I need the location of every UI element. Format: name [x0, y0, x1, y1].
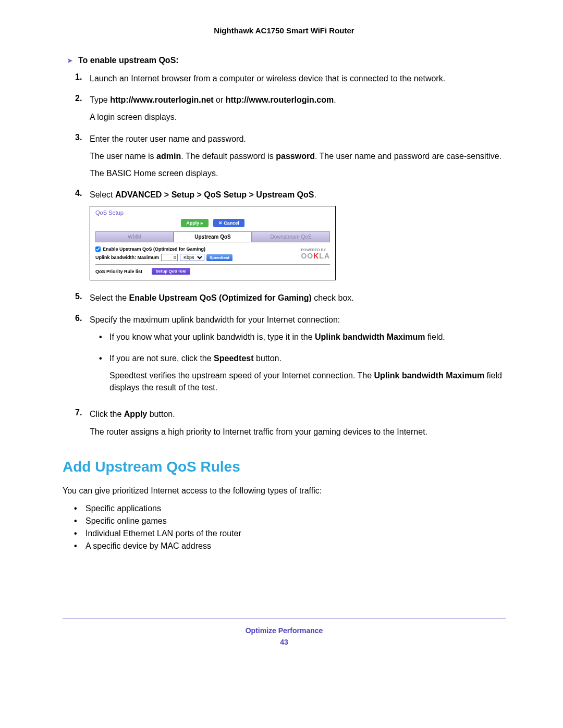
step-after: The router assigns a high priority to In…: [90, 426, 506, 438]
list-item: A specific device by MAC address: [85, 541, 211, 551]
step-text: Click the Apply button.: [90, 408, 506, 420]
tab-wmm[interactable]: WMM: [95, 231, 174, 242]
tab-upstream-qos[interactable]: Upstream QoS: [174, 231, 252, 242]
tab-downstream-qos[interactable]: Downstream QoS: [252, 231, 330, 242]
apply-button[interactable]: Apply ▸: [181, 219, 209, 227]
step-number: 1.: [75, 72, 90, 90]
ookla-logo: POWERED BY OOKLA: [301, 248, 330, 260]
step-text: Enter the router user name and password.: [90, 133, 506, 145]
steps-list: 1. Launch an Internet browser from a com…: [75, 72, 506, 443]
section-heading: Add Upstream QoS Rules: [63, 459, 506, 475]
step-text: Launch an Internet browser from a comput…: [90, 72, 506, 84]
step-number: 4.: [75, 189, 90, 288]
checkbox-label: Enable Upstream QoS (Optimized for Gamin…: [103, 246, 205, 252]
speedtest-button[interactable]: Speedtest: [206, 254, 232, 261]
footer-section-label: Optimize Performance: [63, 626, 506, 635]
setup-qos-rule-button[interactable]: Setup QoS rule: [152, 268, 190, 275]
uplink-max-input[interactable]: [161, 254, 178, 261]
bullet-icon: •: [74, 504, 85, 513]
step-text: Select ADVANCED > Setup > QoS Setup > Up…: [90, 189, 506, 201]
step-number: 7.: [75, 408, 90, 442]
uplink-label: Uplink bandwidth: Maximum: [95, 255, 159, 260]
step-text: Specify the maximum uplink bandwidth for…: [90, 314, 506, 326]
bullet-icon: •: [99, 331, 109, 348]
bullet-icon: •: [99, 352, 109, 399]
list-item: Individual Ethernet LAN ports of the rou…: [85, 529, 241, 538]
bullet-icon: •: [74, 541, 85, 551]
list-item: Specific online games: [85, 516, 167, 526]
step-text: Select the Enable Upstream QoS (Optimize…: [90, 292, 506, 304]
arrow-right-icon: ➤: [67, 56, 73, 65]
procedure-heading-label: To enable upstream QoS:: [78, 56, 179, 65]
step-detail: The BASIC Home screen displays.: [90, 167, 506, 179]
bullet-text: If you are not sure, click the Speedtest…: [109, 352, 506, 399]
page-number: 43: [63, 638, 506, 646]
step-number: 6.: [75, 314, 90, 404]
procedure-heading: ➤ To enable upstream QoS:: [67, 56, 506, 65]
step-number: 2.: [75, 94, 90, 128]
step-number: 3.: [75, 133, 90, 185]
bullet-text: If you know what your uplink bandwidth i…: [109, 331, 506, 348]
bullet-icon: •: [74, 516, 85, 526]
step-after: A login screen displays.: [90, 111, 506, 123]
panel-title: QoS Setup: [90, 206, 335, 219]
rule-list-label: QoS Priority Rule list: [95, 269, 142, 274]
enable-upstream-qos-checkbox[interactable]: [95, 246, 101, 252]
qos-setup-panel: QoS Setup Apply ▸ ✕ Cancel WMM Upstream …: [90, 206, 336, 280]
step-detail: The user name is admin. The default pass…: [90, 150, 506, 162]
bullet-icon: •: [74, 529, 85, 538]
footer-divider: [63, 619, 506, 619]
uplink-unit-select[interactable]: Kbps: [180, 254, 204, 261]
list-item: Specific applications: [85, 504, 161, 513]
step-text: Type http://www.routerlogin.net or http:…: [90, 94, 506, 106]
traffic-list: •Specific applications •Specific online …: [74, 504, 506, 551]
page-header: Nighthawk AC1750 Smart WiFi Router: [63, 26, 506, 35]
step-number: 5.: [75, 292, 90, 309]
cancel-button[interactable]: ✕ Cancel: [213, 219, 244, 227]
section-intro: You can give prioritized Internet access…: [63, 485, 506, 497]
